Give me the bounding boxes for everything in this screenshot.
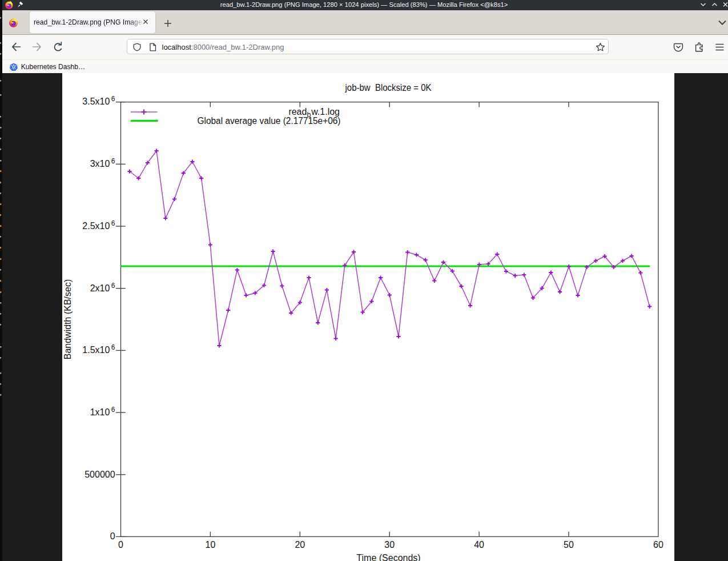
svg-text:1.5x10: 1.5x10 <box>82 345 110 355</box>
svg-text:6: 6 <box>111 282 115 290</box>
svg-text:Bandwidth (KB/sec): Bandwidth (KB/sec) <box>63 279 73 360</box>
svg-text:Global average value (2.17715e: Global average value (2.17715e+06) <box>198 116 341 126</box>
svg-text:job-bw Blocksize = 0K: job-bw Blocksize = 0K <box>345 83 432 93</box>
svg-text:6: 6 <box>111 343 115 351</box>
svg-text:Time (Seconds): Time (Seconds) <box>356 553 420 561</box>
svg-text:500000: 500000 <box>85 470 115 479</box>
svg-text:6: 6 <box>111 157 115 165</box>
svg-text:30: 30 <box>384 540 395 550</box>
svg-text:0: 0 <box>110 531 115 541</box>
svg-text:40: 40 <box>474 540 484 550</box>
svg-text:2x10: 2x10 <box>90 283 110 293</box>
svg-text:6: 6 <box>111 406 115 414</box>
svg-text:2.5x10: 2.5x10 <box>82 221 110 231</box>
svg-text:6: 6 <box>111 219 115 227</box>
svg-text:1x10: 1x10 <box>90 407 110 417</box>
svg-text:20: 20 <box>295 540 305 550</box>
svg-text:3x10: 3x10 <box>90 159 110 169</box>
svg-text:10: 10 <box>206 540 216 550</box>
svg-text:6: 6 <box>111 95 115 103</box>
svg-text:0: 0 <box>118 540 123 550</box>
svg-text:60: 60 <box>653 540 663 550</box>
svg-text:50: 50 <box>564 540 574 550</box>
svg-text:3.5x10: 3.5x10 <box>82 97 110 106</box>
